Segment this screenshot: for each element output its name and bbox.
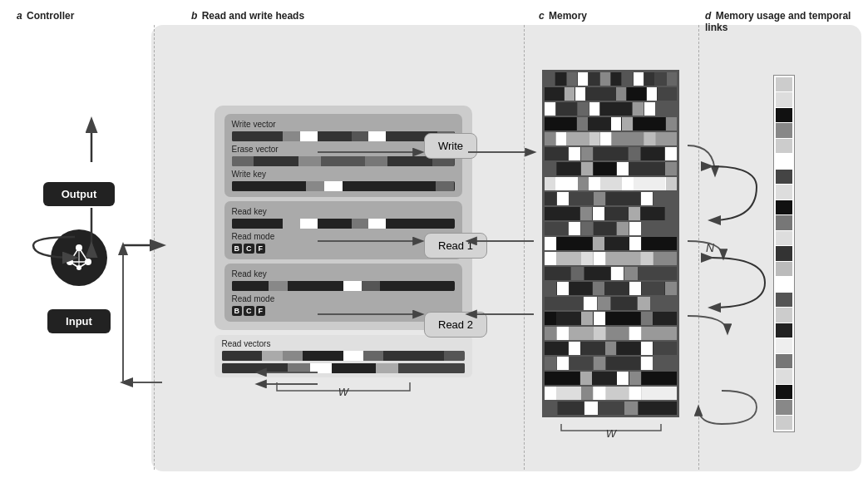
input-label: Input — [66, 315, 92, 328]
controller-circle — [51, 229, 107, 286]
memory-row-4 — [545, 117, 677, 131]
read2-key-bar — [232, 281, 455, 291]
letter-c: c — [539, 10, 545, 22]
section-label-d: d Memory usage and temporal links — [705, 10, 868, 33]
read1-key-bar — [232, 219, 455, 229]
erase-vector-bar — [232, 156, 455, 166]
memory-row-16 — [545, 297, 677, 310]
letter-a: a — [17, 10, 22, 22]
mode-f-2: F — [256, 306, 266, 316]
write-button-label: Write — [438, 140, 463, 152]
section-title-a: Controller — [27, 10, 74, 22]
memory-row-9 — [545, 192, 677, 205]
mode-b-1: B — [232, 244, 243, 254]
memory-row-22 — [545, 387, 677, 400]
svg-line-5 — [79, 248, 88, 262]
memory-row-14 — [545, 267, 677, 280]
memory-row-3 — [545, 102, 677, 116]
memory-row-11 — [545, 222, 677, 235]
section-label-c: c Memory — [539, 10, 587, 22]
vline-1 — [154, 25, 155, 470]
letter-d: d — [705, 10, 711, 22]
w-brace-container: W — [215, 379, 472, 396]
read1-mode-label: Read mode — [232, 232, 455, 241]
memory-row-2 — [545, 87, 677, 101]
read2-key-label: Read key — [232, 269, 455, 278]
read-vector-bar-1 — [222, 351, 465, 361]
input-box: Input — [47, 309, 111, 333]
svg-text:W: W — [605, 427, 617, 437]
panel-d — [711, 46, 856, 461]
read2-mode-label: Read mode — [232, 294, 455, 303]
memory-w-brace: W — [542, 421, 679, 437]
w-brace-svg: W — [260, 379, 427, 396]
read-vectors-section: Read vectors — [215, 335, 472, 377]
read2-button-label: Read 2 — [438, 318, 473, 331]
mode-f-1: F — [256, 244, 266, 254]
section-title-b: Read and write heads — [202, 10, 304, 22]
memory-row-13 — [545, 252, 677, 265]
vline-2 — [524, 25, 525, 470]
neural-network-icon — [62, 240, 96, 275]
read2-button-box[interactable]: Read 2 — [424, 312, 487, 338]
read2-mode-row: B C F — [232, 306, 455, 316]
write-button: Write — [424, 133, 477, 159]
read1-mode-row: B C F — [232, 244, 455, 254]
memory-row-15 — [545, 282, 677, 295]
output-label: Output — [62, 188, 97, 200]
section-title-d: Memory usage and temporal links — [705, 10, 851, 33]
read-vectors-label: Read vectors — [222, 339, 465, 348]
vline-3 — [698, 25, 699, 470]
mode-c-2: C — [244, 306, 254, 316]
memory-row-17 — [545, 312, 677, 325]
memory-row-10 — [545, 207, 677, 220]
read1-button: Read 1 — [424, 233, 487, 259]
output-box: Output — [43, 182, 116, 206]
memory-w-svg: W — [553, 421, 669, 437]
memory-row-20 — [545, 357, 677, 370]
write-key-label: Write key — [232, 170, 455, 179]
erase-vector-label: Erase vector — [232, 145, 455, 154]
section-title-c: Memory — [549, 10, 587, 22]
read2-button: Read 2 — [424, 312, 487, 338]
write-button-box[interactable]: Write — [424, 133, 477, 159]
memory-grid — [542, 70, 679, 417]
mode-c-1: C — [244, 244, 254, 254]
memory-row-7 — [545, 162, 677, 175]
panel-c: W — [534, 46, 688, 461]
memory-row-1 — [545, 72, 677, 86]
read1-key-label: Read key — [232, 207, 455, 216]
write-vector-label: Write vector — [232, 120, 455, 129]
panel-a: Output Input — [8, 46, 150, 470]
memory-row-18 — [545, 327, 677, 340]
write-key-bar — [232, 181, 455, 191]
section-label-b: b Read and write heads — [191, 10, 304, 22]
read1-button-label: Read 1 — [438, 239, 473, 252]
mode-b-2: B — [232, 306, 243, 316]
read1-button-box[interactable]: Read 1 — [424, 233, 487, 259]
memory-row-8 — [545, 177, 677, 190]
usage-strip — [773, 75, 795, 432]
memory-row-5 — [545, 132, 677, 145]
write-vector-bar — [232, 131, 455, 141]
memory-row-12 — [545, 237, 677, 250]
section-label-a: a Controller — [17, 10, 74, 22]
memory-row-21 — [545, 372, 677, 385]
svg-line-4 — [70, 248, 79, 262]
memory-row-19 — [545, 342, 677, 355]
memory-row-23 — [545, 402, 677, 415]
letter-b: b — [191, 10, 197, 22]
memory-row-6 — [545, 147, 677, 160]
svg-text:W: W — [338, 386, 349, 396]
read-vector-bar-2 — [222, 363, 465, 373]
